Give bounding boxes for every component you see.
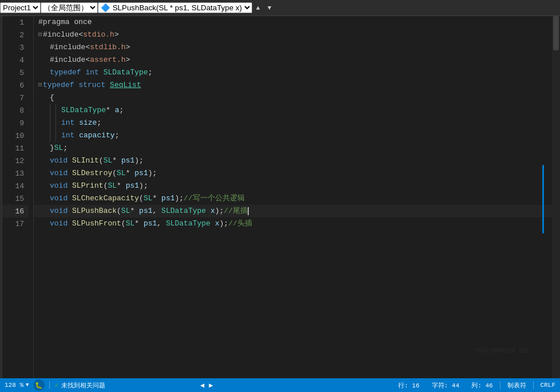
code-line-9: int size;: [34, 117, 552, 129]
code-line-3: #include<stdlib.h>: [34, 41, 552, 54]
line-num-17: 17: [2, 217, 29, 230]
expand-down-icon[interactable]: ▼: [264, 3, 275, 13]
row-col-info: 行: 16 字符: 44 列: 46: [398, 381, 493, 390]
code-line-13: void SLDestroy(SL* ps1);: [34, 167, 552, 180]
line-num-3: 3: [2, 41, 29, 54]
prev-arrow[interactable]: ◀: [200, 381, 204, 390]
check-icon: ✓: [54, 381, 59, 390]
code-line-11: }SL;: [34, 142, 552, 155]
vertical-scrollbar[interactable]: [552, 16, 560, 378]
line-num-7: 7: [2, 92, 29, 104]
code-line-1: #pragma once: [34, 16, 552, 29]
zoom-dropdown-icon[interactable]: ▼: [26, 382, 29, 388]
line-num-14: 14: [2, 180, 29, 192]
line-num-8: 8: [2, 104, 29, 117]
status-message-area: ✓ 未找到相关问题: [54, 381, 105, 390]
project-select[interactable]: Project1: [0, 2, 41, 13]
code-line-15: void SLCheckCapacity(SL* ps1);//写一个公共逻辑: [34, 192, 552, 205]
line-num-10: 10: [2, 129, 29, 142]
scroll-indicator: [542, 165, 544, 233]
editor-container: 1 2 3 4 5 6 7 8 9 10 11 12 13 14 15 16 1…: [0, 16, 560, 378]
line-num-2: 2: [2, 29, 29, 41]
zoom-control[interactable]: 128 % ▼: [5, 382, 29, 389]
code-line-4: #include<assert.h>: [34, 54, 552, 66]
line-num-9: 9: [2, 117, 29, 129]
scope-select[interactable]: （全局范围）: [41, 2, 98, 13]
code-line-17: void SLPushFront(SL* ps1, SLDataType x);…: [34, 217, 552, 230]
line-num-11: 11: [2, 142, 29, 155]
next-arrow[interactable]: ▶: [209, 381, 213, 390]
code-line-14: void SLPrint(SL* ps1);: [34, 180, 552, 192]
status-divider-3: [533, 381, 534, 389]
info-icon[interactable]: 🐛: [33, 379, 45, 391]
line-num-6: 6: [2, 79, 29, 92]
line-num-1: 1: [2, 16, 29, 29]
scrollbar-thumb[interactable]: [553, 16, 559, 50]
code-line-10: int capacity;: [34, 129, 552, 142]
line-num-16: 16: [2, 205, 29, 217]
zoom-label: 128 %: [5, 382, 23, 389]
code-line-5: typedef int SLDataType;: [34, 66, 552, 79]
line-num-12: 12: [2, 155, 29, 167]
code-line-6: ⊟typedef struct SeqList: [34, 79, 552, 92]
code-line-16: void SLPushBack(SL* ps1, SLDataType x);/…: [34, 205, 552, 217]
function-select[interactable]: 🔷 SLPushBack(SL * ps1, SLDataType x): [98, 2, 252, 13]
line-num-4: 4: [2, 54, 29, 66]
code-line-2: ⊟#include<stdio.h>: [34, 29, 552, 41]
code-line-12: void SLInit(SL* ps1);: [34, 155, 552, 167]
expand-up-icon[interactable]: ▲: [253, 3, 263, 13]
status-bar: 128 % ▼ 🐛 ✓ 未找到相关问题 ◀ ▶ 行: 16 字符: 44 列: …: [0, 378, 560, 392]
nav-controls: ◀ ▶: [200, 381, 213, 390]
code-line-8: SLDataType* a;: [34, 104, 552, 117]
status-right: 行: 16 字符: 44 列: 46 制表符 CRLF: [398, 381, 555, 390]
code-line-7: {: [34, 92, 552, 104]
line-num-5: 5: [2, 66, 29, 79]
line-num-13: 13: [2, 167, 29, 180]
status-divider-1: [49, 381, 50, 389]
status-message: 未找到相关问题: [61, 381, 105, 390]
code-editor[interactable]: #pragma once ⊟#include<stdio.h> #include…: [34, 16, 552, 378]
line-ending-label: CRLF: [541, 382, 555, 389]
line-number-gutter: 1 2 3 4 5 6 7 8 9 10 11 12 13 14 15 16 1…: [2, 16, 34, 378]
line-num-15: 15: [2, 192, 29, 205]
encoding-label: 制表符: [507, 381, 526, 390]
title-bar: Project1 （全局范围） 🔷 SLPushBack(SL * ps1, S…: [0, 0, 560, 16]
code-content: #pragma once ⊟#include<stdio.h> #include…: [34, 16, 552, 378]
status-divider-2: [500, 381, 501, 389]
